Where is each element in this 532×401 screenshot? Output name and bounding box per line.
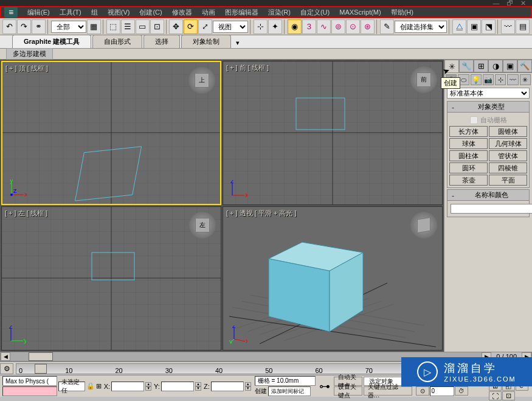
obj-cone-button[interactable]: 圆锥体 bbox=[489, 126, 527, 137]
key-filter-button[interactable]: 关键点过滤器… bbox=[364, 386, 412, 396]
menu-render[interactable]: 渲染(R) bbox=[263, 8, 295, 17]
key-mode-button[interactable]: ⊙ bbox=[416, 386, 429, 396]
percent-snap-button[interactable]: ∿ bbox=[317, 19, 331, 34]
maximize-viewport-button[interactable]: ⛶ bbox=[489, 391, 502, 400]
cmd-tab-motion[interactable]: ◑ bbox=[488, 60, 503, 72]
obj-cylinder-button[interactable]: 圆柱体 bbox=[449, 150, 488, 161]
obj-teapot-button[interactable]: 茶壶 bbox=[449, 175, 488, 186]
undo-button[interactable]: ↶ bbox=[2, 19, 16, 34]
ribbon-subtab-polymodel[interactable]: 多边形建模 bbox=[6, 48, 53, 60]
named-selection-dropdown[interactable]: 创建选择集 bbox=[395, 21, 447, 33]
menu-custom[interactable]: 自定义(U) bbox=[295, 8, 334, 17]
obj-pyramid-button[interactable]: 四棱锥 bbox=[489, 162, 527, 173]
rollout-object-type-header[interactable]: -对象类型 bbox=[447, 102, 529, 113]
ribbon-tab-paint[interactable]: 对象绘制 bbox=[181, 35, 231, 48]
viewport-left-label[interactable]: [ + ] 左 [ 线框 ] bbox=[5, 209, 47, 218]
menu-help[interactable]: 帮助(H) bbox=[386, 8, 418, 17]
viewport-front-label[interactable]: [ + ] 前 [ 线框 ] bbox=[226, 63, 269, 72]
close-button[interactable]: ✕ bbox=[517, 0, 529, 7]
menu-modifiers[interactable]: 修改器 bbox=[167, 8, 197, 17]
spinner-snap-button[interactable]: ⊚ bbox=[331, 19, 345, 34]
mirror-button[interactable]: ⧋ bbox=[452, 19, 466, 34]
scroll-left-button[interactable]: ◀ bbox=[1, 352, 10, 361]
category-dropdown[interactable]: 标准基本体 bbox=[447, 88, 530, 99]
menu-graph-editor[interactable]: 图形编辑器 bbox=[220, 8, 263, 17]
subtab-helpers[interactable]: ⊹ bbox=[495, 74, 506, 85]
schematic-button[interactable]: ▤ bbox=[516, 19, 530, 34]
window-crossing-button[interactable]: ⊡ bbox=[150, 19, 164, 34]
viewport-left[interactable]: [ + ] 左 [ 线框 ] 左 y z bbox=[1, 206, 221, 350]
viewport-top-label[interactable]: [ + ] 顶 [ 线框 ] bbox=[5, 64, 48, 73]
move-button[interactable]: ✥ bbox=[169, 19, 183, 34]
rect-select-button[interactable]: ▭ bbox=[136, 19, 150, 34]
subtab-cameras[interactable]: 📷 bbox=[483, 74, 494, 85]
subtab-lights[interactable]: 💡 bbox=[471, 74, 482, 85]
menu-tools[interactable]: 工具(T) bbox=[55, 8, 86, 17]
script-output[interactable] bbox=[2, 386, 57, 396]
script-listener[interactable]: Max to Physcs ( bbox=[2, 376, 57, 386]
y-coord-input[interactable] bbox=[161, 382, 194, 391]
ribbon-mode-toggle[interactable]: ▾ bbox=[232, 38, 243, 48]
redo-button[interactable]: ↷ bbox=[17, 19, 31, 34]
obj-sphere-button[interactable]: 球体 bbox=[449, 138, 488, 149]
select-button[interactable]: ⬚ bbox=[106, 19, 120, 34]
ribbon-tab-selection[interactable]: 选择 bbox=[143, 35, 180, 48]
object-name-input[interactable] bbox=[451, 204, 532, 214]
obj-geosphere-button[interactable]: 几何球体 bbox=[489, 138, 527, 149]
cmd-tab-modify[interactable]: 🔧 bbox=[459, 60, 474, 72]
cmd-tab-utilities[interactable]: 🔨 bbox=[517, 60, 532, 72]
key-icon[interactable]: ⊶ bbox=[319, 380, 330, 393]
obj-torus-button[interactable]: 圆环 bbox=[449, 162, 488, 173]
filter-icon[interactable]: ▦ bbox=[87, 19, 101, 34]
ribbon-tab-graphite[interactable]: Graphite 建模工具 bbox=[12, 35, 91, 48]
snap-toggle-button[interactable]: ◉ bbox=[288, 19, 302, 34]
viewcube-left[interactable]: 左 bbox=[189, 212, 216, 239]
angle-snap-button[interactable]: 3 bbox=[302, 19, 316, 34]
time-config-button-2[interactable]: ⏱ bbox=[455, 386, 468, 396]
menu-animation[interactable]: 动画 bbox=[197, 8, 220, 17]
y-spin-up[interactable]: ▲ bbox=[195, 382, 201, 386]
ribbon-tab-freeform[interactable]: 自由形式 bbox=[92, 35, 142, 48]
pivot-button[interactable]: ⊹ bbox=[254, 19, 268, 34]
viewport-persp-label[interactable]: [ + ] 透视 [ 平滑 + 高光 ] bbox=[226, 209, 297, 218]
ref-coord-dropdown[interactable]: 视图 bbox=[213, 21, 248, 33]
autogrid-checkbox[interactable]: 自动栅格 bbox=[449, 114, 527, 126]
viewport-top[interactable]: [ + ] 顶 [ 线框 ] 上 x y z bbox=[1, 61, 221, 205]
add-time-marker[interactable]: 添加时间标记 bbox=[268, 386, 311, 396]
menu-group[interactable]: 组 bbox=[86, 8, 103, 17]
viewcube-front[interactable]: 前 bbox=[410, 66, 437, 93]
lock-icon[interactable]: 🔒 bbox=[86, 382, 95, 390]
viewcube-persp[interactable] bbox=[410, 212, 437, 239]
viewcube-top[interactable]: 上 bbox=[188, 67, 215, 94]
align-button[interactable]: ▣ bbox=[467, 19, 481, 34]
zoom-region-button[interactable]: ⊡ bbox=[502, 391, 515, 400]
viewport-front[interactable]: [ + ] 前 [ 线框 ] 前 x z bbox=[223, 61, 443, 205]
z-spin-down[interactable]: ▼ bbox=[245, 386, 251, 391]
layer-button[interactable]: ⬔ bbox=[482, 19, 496, 34]
snap-3-button[interactable]: ⊙ bbox=[346, 19, 360, 34]
y-spin-down[interactable]: ▼ bbox=[195, 386, 201, 391]
obj-plane-button[interactable]: 平面 bbox=[489, 175, 527, 186]
obj-box-button[interactable]: 长方体 bbox=[449, 126, 488, 137]
menu-create[interactable]: 创建(C) bbox=[134, 8, 167, 17]
menu-edit[interactable]: 编辑(E) bbox=[22, 8, 55, 17]
x-spin-up[interactable]: ▲ bbox=[145, 382, 151, 386]
restore-button[interactable]: 🗗 bbox=[503, 0, 516, 7]
cmd-tab-display[interactable]: ▣ bbox=[503, 60, 517, 72]
viewport-perspective[interactable]: [ + ] 透视 [ 平滑 + 高光 ] x y z bbox=[223, 206, 443, 350]
x-spin-down[interactable]: ▼ bbox=[145, 386, 151, 391]
subtab-spacewarps[interactable]: 〰 bbox=[507, 74, 518, 85]
app-icon[interactable]: ≡ bbox=[4, 7, 18, 18]
rollout-name-color-header[interactable]: -名称和颜色 bbox=[447, 190, 529, 201]
current-frame-input[interactable] bbox=[430, 386, 454, 396]
minimize-button[interactable]: — bbox=[490, 0, 502, 7]
obj-tube-button[interactable]: 管状体 bbox=[489, 150, 527, 161]
selection-filter-dropdown[interactable]: 全部 bbox=[51, 21, 86, 33]
z-coord-input[interactable] bbox=[211, 382, 244, 391]
subtab-systems[interactable]: ✳ bbox=[520, 74, 531, 85]
snap-4-button[interactable]: ⊛ bbox=[361, 19, 375, 34]
x-coord-input[interactable] bbox=[111, 382, 144, 391]
curve-editor-button[interactable]: 〰 bbox=[501, 19, 515, 34]
menu-maxscript[interactable]: MAXScript(M) bbox=[334, 9, 385, 16]
menu-view[interactable]: 视图(V) bbox=[103, 8, 135, 17]
